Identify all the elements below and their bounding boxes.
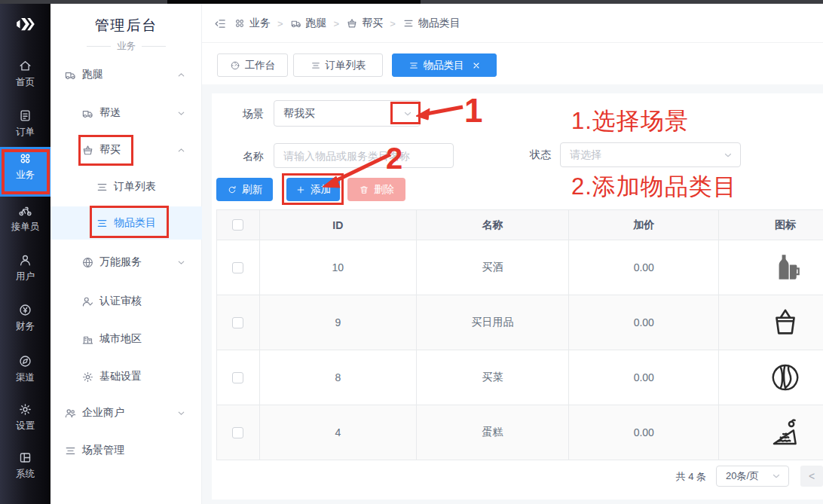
cell-id: 8 xyxy=(260,350,417,405)
page-size-value: 20条/页 xyxy=(726,469,759,483)
rail-item-label: 订单 xyxy=(16,126,35,139)
rail-item-label: 设置 xyxy=(16,420,35,432)
tab-order-list[interactable]: 订单列表 xyxy=(293,53,383,77)
globe-icon xyxy=(81,256,94,269)
breadcrumb-item-paotui[interactable]: 跑腿 xyxy=(290,17,327,30)
status-label: 状态 xyxy=(530,148,551,162)
cake-slice-icon xyxy=(769,417,801,448)
rail-item-finance[interactable]: 财务 xyxy=(0,298,50,342)
compass-icon xyxy=(18,354,32,368)
close-icon[interactable] xyxy=(472,61,481,70)
rail-item-label: 系统 xyxy=(16,468,35,481)
system-grid-icon xyxy=(18,451,32,465)
shopping-basket-icon xyxy=(769,307,801,338)
sidebar-item-basic-settings[interactable]: 基础设置 xyxy=(50,360,202,393)
list-icon xyxy=(96,217,109,230)
column-header-markup: 加价 xyxy=(569,210,719,240)
wine-bottles-icon xyxy=(769,252,801,283)
person-icon xyxy=(18,253,32,267)
coin-icon xyxy=(18,303,32,317)
rail-item-couriers[interactable]: 接单员 xyxy=(0,199,50,243)
sidebar-item-item-categories[interactable]: 物品类目 xyxy=(50,206,202,240)
app-grid-icon xyxy=(234,17,246,29)
cell-markup: 0.00 xyxy=(569,295,719,350)
rail-item-home[interactable]: 首页 xyxy=(0,54,50,98)
chevron-up-icon xyxy=(176,70,186,80)
building-icon xyxy=(81,333,94,346)
name-label: 名称 xyxy=(243,150,264,163)
breadcrumb-item-item-categories[interactable]: 物品类目 xyxy=(402,17,460,30)
divider xyxy=(87,46,111,47)
column-header-id: ID xyxy=(260,210,417,240)
rail-item-orders[interactable]: 订单 xyxy=(0,104,50,148)
app-grid-icon xyxy=(18,151,32,166)
people-icon xyxy=(64,407,77,420)
sidebar-item-order-list[interactable]: 订单列表 xyxy=(50,170,202,203)
person-check-icon xyxy=(81,295,94,308)
list-icon xyxy=(96,181,109,194)
table-header-row: ID 名称 加价 图标 xyxy=(217,210,823,240)
select-all-checkbox[interactable] xyxy=(232,219,243,231)
trash-icon xyxy=(359,185,369,195)
list-icon xyxy=(311,60,321,71)
row-checkbox[interactable] xyxy=(232,427,243,438)
gear-icon xyxy=(81,371,94,383)
tab-workbench[interactable]: 工作台 xyxy=(217,53,288,77)
rail-item-label: 用户 xyxy=(16,270,35,283)
row-checkbox[interactable] xyxy=(232,262,243,273)
cell-name: 买酒 xyxy=(417,240,570,295)
breadcrumb-item-bangmai[interactable]: 帮买 xyxy=(346,17,383,30)
status-select[interactable]: 请选择 xyxy=(560,142,741,167)
sidebar-item-city-region[interactable]: 城市地区 xyxy=(50,322,202,356)
page-size-select[interactable]: 20条/页 xyxy=(716,466,789,487)
chevron-down-icon xyxy=(723,150,733,160)
cell-id: 4 xyxy=(260,405,417,460)
rail-item-label: 渠道 xyxy=(16,371,35,384)
sidebar-item-universal-service[interactable]: 万能服务 xyxy=(50,246,202,279)
cell-markup: 0.00 xyxy=(569,350,719,405)
rail-item-system[interactable]: 系统 xyxy=(0,446,50,490)
pagination-prev-button[interactable]: < xyxy=(800,466,823,487)
chevron-down-icon xyxy=(771,471,782,481)
row-checkbox[interactable] xyxy=(232,317,243,328)
sidebar-item-scene-management[interactable]: 场景管理 xyxy=(50,434,202,467)
cell-markup: 0.00 xyxy=(569,405,719,460)
divider xyxy=(142,46,166,47)
chevron-down-icon xyxy=(402,108,413,119)
scene-select[interactable]: 帮我买 xyxy=(274,100,421,127)
breadcrumb-separator: > xyxy=(390,18,396,29)
name-input[interactable] xyxy=(274,143,454,168)
cell-id: 9 xyxy=(260,295,417,350)
app-title: 管理后台 xyxy=(50,16,202,35)
tab-item-categories[interactable]: 物品类目 xyxy=(392,53,497,77)
status-select-placeholder: 请选择 xyxy=(570,148,601,162)
column-header-icon: 图标 xyxy=(719,210,823,240)
rail-item-users[interactable]: 用户 xyxy=(0,249,50,292)
column-header-name: 名称 xyxy=(417,210,570,240)
home-icon xyxy=(18,59,32,73)
refresh-button[interactable]: 刷新 xyxy=(216,178,273,201)
breadcrumb: 业务 > 跑腿 > 帮买 > 物品类目 xyxy=(214,16,460,31)
breadcrumb-separator: > xyxy=(277,18,283,29)
row-checkbox[interactable] xyxy=(232,372,243,383)
app-logo-icon xyxy=(11,14,39,34)
table-row: 9 买日用品 0.00 xyxy=(217,295,823,350)
rail-item-channels[interactable]: 渠道 xyxy=(0,350,50,393)
add-button[interactable]: 添加 xyxy=(286,178,340,201)
cell-name: 蛋糕 xyxy=(417,405,570,460)
sidebar-item-bangmai[interactable]: 帮买 xyxy=(50,133,202,166)
delete-button[interactable]: 删除 xyxy=(347,178,405,201)
gear-icon xyxy=(18,402,32,417)
sidebar-item-bangsong[interactable]: 帮送 xyxy=(50,96,202,130)
collapse-sidebar-icon[interactable] xyxy=(214,17,227,30)
cell-id: 10 xyxy=(260,240,417,295)
table-row: 10 买酒 0.00 xyxy=(217,240,823,295)
rail-item-settings[interactable]: 设置 xyxy=(0,398,50,441)
sidebar-item-enterprise[interactable]: 企业商户 xyxy=(50,396,202,429)
sidebar-item-certification[interactable]: 认证审核 xyxy=(50,285,202,318)
rail-item-business[interactable]: 业务 xyxy=(0,147,50,191)
sidebar-item-paotui[interactable]: 跑腿 xyxy=(50,58,202,91)
breadcrumb-item-business[interactable]: 业务 xyxy=(234,17,271,30)
scooter-icon xyxy=(81,107,94,120)
pagination-total: 共 4 条 xyxy=(659,470,706,484)
